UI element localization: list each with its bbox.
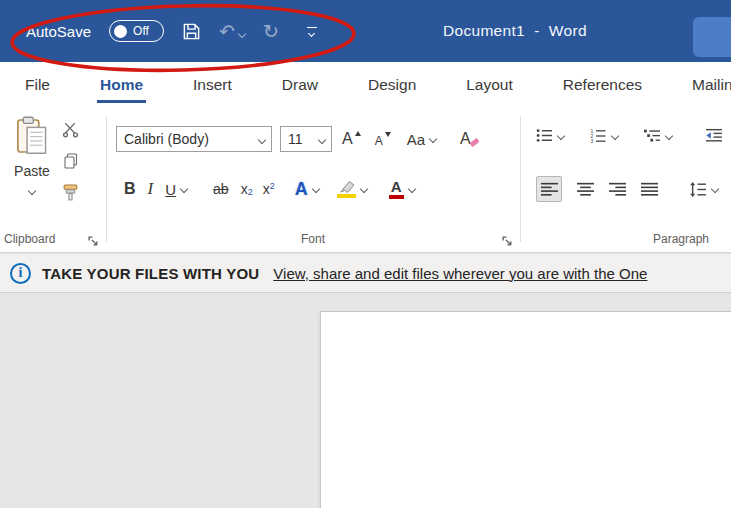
grow-font-glyph: A <box>342 130 353 148</box>
font-row-top: A A Aa A <box>342 126 471 152</box>
align-right-button[interactable] <box>604 176 630 202</box>
font-name-chevron-icon <box>258 136 266 144</box>
font-size-combobox[interactable]: 11 <box>280 126 332 152</box>
autosave-toggle-knob <box>114 25 127 38</box>
change-case-chevron-icon <box>429 135 437 143</box>
notification-bar: i TAKE YOUR FILES WITH YOU View, share a… <box>0 253 731 293</box>
tab-insert[interactable]: Insert <box>168 62 257 108</box>
quick-access-toolbar: AutoSave Off ↶ ↻ <box>26 0 317 62</box>
multilevel-list-button[interactable] <box>644 128 672 143</box>
numbering-button[interactable]: 123 <box>590 128 618 143</box>
clear-formatting-glyph: A <box>460 130 471 148</box>
strikethrough-button[interactable]: ab <box>213 181 229 197</box>
format-painter-button[interactable] <box>62 184 79 201</box>
superscript-button[interactable]: x 2 <box>263 181 275 197</box>
font-name-combobox[interactable]: Calibri (Body) <box>116 126 272 152</box>
document-title: Document1 - Word <box>443 0 587 62</box>
line-spacing-icon <box>690 182 707 197</box>
numbered-list-icon: 123 <box>590 128 607 143</box>
align-center-icon <box>577 182 594 197</box>
superscript-base-glyph: x <box>263 181 270 197</box>
grow-font-arrow-icon <box>355 131 361 136</box>
italic-button[interactable]: I <box>148 179 154 199</box>
tab-mailings[interactable]: Mailings <box>667 62 731 108</box>
ribbon: Paste <box>0 108 731 253</box>
text-highlight-color-button[interactable] <box>337 180 367 198</box>
redo-icon: ↻ <box>263 22 279 41</box>
title-bar: AutoSave Off ↶ ↻ <box>0 0 731 62</box>
text-effects-button[interactable]: A <box>295 179 319 200</box>
autosave-toggle[interactable]: Off <box>109 20 164 42</box>
shrink-font-button[interactable]: A <box>375 130 391 148</box>
tab-layout[interactable]: Layout <box>441 62 538 108</box>
tab-references[interactable]: References <box>538 62 667 108</box>
line-spacing-button[interactable] <box>690 182 718 197</box>
change-case-button[interactable]: Aa <box>407 131 436 148</box>
highlight-chevron-icon <box>359 185 367 193</box>
tab-design[interactable]: Design <box>343 62 441 108</box>
undo-split-button[interactable]: ↶ <box>219 22 245 41</box>
undo-icon: ↶ <box>219 22 235 41</box>
decrease-indent-icon <box>706 128 723 143</box>
document-page[interactable] <box>320 311 731 508</box>
font-color-chevron-icon <box>407 185 415 193</box>
copy-button[interactable] <box>63 153 79 169</box>
word-window: AutoSave Off ↶ ↻ <box>0 0 731 508</box>
font-color-button[interactable]: A <box>389 179 415 199</box>
bullets-button[interactable] <box>536 128 564 143</box>
align-center-button[interactable] <box>572 176 598 202</box>
qat-chevron-icon <box>308 29 315 36</box>
paragraph-group-label: Paragraph <box>653 232 709 246</box>
dialog-launcher-icon <box>502 236 513 247</box>
subscript-base-glyph: x <box>241 181 248 197</box>
bold-button[interactable]: B <box>124 180 136 198</box>
paragraph-row-bottom <box>536 176 718 202</box>
numbering-chevron-icon <box>611 131 619 139</box>
account-badge[interactable] <box>693 17 731 57</box>
tab-home[interactable]: Home <box>75 62 168 108</box>
highlighter-pen-icon <box>337 180 356 193</box>
qat-bar-icon <box>307 27 317 28</box>
font-color-bar <box>389 195 404 199</box>
clipboard-dialog-launcher[interactable] <box>88 233 100 245</box>
customize-quick-access-toolbar-button[interactable] <box>307 27 317 36</box>
paste-dropdown-chevron-icon <box>28 187 36 195</box>
copy-icon <box>63 153 79 169</box>
scissors-icon <box>62 121 79 138</box>
dialog-launcher-icon <box>88 236 99 247</box>
justify-icon <box>641 182 658 197</box>
underline-split-button[interactable]: U <box>165 181 187 198</box>
cut-button[interactable] <box>62 121 79 138</box>
redo-button[interactable]: ↻ <box>263 22 279 41</box>
text-effects-chevron-icon <box>311 185 319 193</box>
paste-label: Paste <box>14 163 50 179</box>
format-painter-brush-icon <box>62 184 79 201</box>
decrease-indent-button[interactable] <box>706 128 723 143</box>
save-button[interactable] <box>182 22 201 41</box>
align-left-icon <box>541 182 558 197</box>
clear-formatting-button[interactable]: A <box>460 130 471 148</box>
font-size-value: 11 <box>288 131 303 147</box>
notification-link[interactable]: View, share and edit files wherever you … <box>273 265 647 282</box>
shrink-font-arrow-icon <box>385 132 391 137</box>
paragraph-row-top: 123 <box>536 128 723 143</box>
info-icon: i <box>10 263 31 284</box>
bullets-chevron-icon <box>557 131 565 139</box>
paste-button[interactable]: Paste <box>8 116 56 228</box>
notification-headline: TAKE YOUR FILES WITH YOU <box>42 265 259 282</box>
justify-button[interactable] <box>636 176 662 202</box>
tab-file[interactable]: File <box>0 62 75 108</box>
font-dialog-launcher[interactable] <box>502 233 514 245</box>
ribbon-tab-bar: File Home Insert Draw Design Layout Refe… <box>0 62 731 108</box>
grow-font-button[interactable]: A <box>342 130 361 148</box>
shrink-font-glyph: A <box>375 134 383 148</box>
tab-draw[interactable]: Draw <box>257 62 343 108</box>
clipboard-group: Paste <box>0 108 106 252</box>
multilevel-chevron-icon <box>665 131 673 139</box>
change-case-glyph: Aa <box>407 131 425 148</box>
undo-dropdown-chevron-icon[interactable] <box>238 29 246 37</box>
subscript-button[interactable]: x 2 <box>241 181 253 197</box>
align-left-button[interactable] <box>536 176 562 202</box>
highlighter-stack <box>337 180 356 198</box>
multilevel-list-icon <box>644 128 661 143</box>
